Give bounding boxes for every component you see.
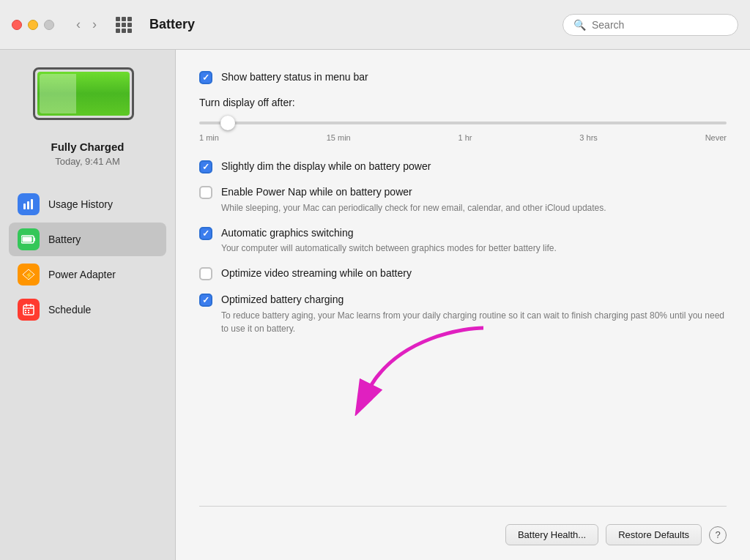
battery-status: Fully Charged [51,141,124,153]
close-button[interactable] [12,20,22,30]
sidebar-item-schedule[interactable]: Schedule [9,293,166,326]
sidebar-nav: Usage History Battery ⚡ [0,187,175,326]
optimize-video-row: Optimize video streaming while on batter… [199,266,727,281]
svg-rect-2 [31,199,33,209]
help-button[interactable]: ? [709,526,727,544]
power-adapter-icon: ⚡ [18,264,40,285]
forward-button[interactable]: › [88,15,101,34]
svg-rect-12 [25,310,26,311]
svg-rect-1 [27,201,29,209]
grid-dot [122,29,126,33]
show-battery-status-row: Show battery status in menu bar [199,70,727,85]
sidebar-item-label: Usage History [48,198,113,210]
optimized-charging-checkbox[interactable] [199,294,212,307]
svg-rect-4 [34,238,35,242]
battery-body [33,67,134,120]
show-battery-status-label: Show battery status in menu bar [221,70,368,85]
optimize-video-label: Optimize video streaming while on batter… [221,266,412,281]
grid-dot [127,17,132,21]
content-panel: Show battery status in menu bar Turn dis… [176,50,750,560]
slightly-dim-checkbox[interactable] [199,160,212,173]
slider-label-15min: 15 min [327,133,351,142]
slider-container[interactable] [199,116,727,130]
restore-defaults-button[interactable]: Restore Defaults [606,524,702,545]
svg-rect-14 [25,312,26,313]
power-nap-checkbox[interactable] [199,186,212,199]
optimize-video-checkbox[interactable] [199,267,212,280]
back-button[interactable]: ‹ [72,15,85,34]
slider-label-never: Never [705,133,727,142]
bottom-bar: Battery Health... Restore Defaults ? [199,506,727,545]
battery-nav-icon [18,228,40,250]
power-nap-description: While sleeping, your Mac can periodicall… [221,201,606,214]
slightly-dim-label: Slightly dim the display while on batter… [221,160,431,174]
battery-highlight [40,74,76,113]
power-nap-label: Enable Power Nap while on battery power [221,185,606,200]
auto-graphics-row: Automatic graphics switching Your comput… [199,226,727,255]
svg-rect-5 [23,237,32,242]
grid-dot [122,23,126,27]
battery-time: Today, 9:41 AM [55,156,120,167]
slider-track [199,122,727,124]
svg-text:⚡: ⚡ [25,271,34,280]
grid-dot [116,29,120,33]
minimize-button[interactable] [28,20,38,30]
slider-label-3hrs: 3 hrs [579,133,597,142]
battery-fill [37,72,130,116]
slider-label-1min: 1 min [199,133,219,142]
traffic-lights [12,20,54,30]
sidebar-item-label: Schedule [48,304,91,316]
optimized-charging-row: Optimized battery charging To reduce bat… [199,293,727,335]
nav-buttons: ‹ › [72,15,101,34]
svg-rect-15 [28,312,29,313]
turn-display-off-section: Turn display off after: 1 min 15 min 1 h… [199,97,727,142]
svg-rect-0 [23,204,26,209]
auto-graphics-description: Your computer will automatically switch … [221,242,557,255]
grid-dot [116,23,120,27]
sidebar-item-battery[interactable]: Battery [9,223,166,256]
grid-dot [122,17,126,21]
usage-history-icon [18,193,40,215]
schedule-icon [18,299,40,321]
main-content: Fully Charged Today, 9:41 AM Usage Histo… [0,50,750,560]
sidebar-item-label: Battery [48,234,81,245]
search-icon: 🔍 [573,19,586,31]
fullscreen-button[interactable] [44,20,54,30]
power-nap-row: Enable Power Nap while on battery power … [199,185,727,214]
slider-labels: 1 min 15 min 1 hr 3 hrs Never [199,133,727,142]
svg-rect-13 [28,310,29,311]
titlebar: ‹ › Battery 🔍 [0,0,750,50]
search-input[interactable] [592,19,727,31]
sidebar-item-label: Power Adapter [48,269,116,280]
battery-health-button[interactable]: Battery Health... [505,524,598,545]
optimized-charging-label: Optimized battery charging [221,293,727,307]
grid-dot [116,17,120,21]
auto-graphics-label: Automatic graphics switching [221,226,557,241]
app-grid-icon[interactable] [116,17,132,33]
optimized-charging-description: To reduce battery aging, your Mac learns… [221,309,727,335]
grid-dot [127,29,132,33]
sidebar-item-power-adapter[interactable]: ⚡ Power Adapter [9,258,166,291]
battery-icon-container [33,67,143,126]
sidebar-item-usage-history[interactable]: Usage History [9,187,166,221]
auto-graphics-checkbox[interactable] [199,227,212,240]
grid-dot [127,23,132,27]
page-title: Battery [149,17,551,32]
turn-display-off-label: Turn display off after: [199,97,727,108]
search-bar[interactable]: 🔍 [562,14,738,36]
show-battery-status-checkbox[interactable] [199,71,212,84]
slider-label-1hr: 1 hr [458,133,472,142]
slightly-dim-row: Slightly dim the display while on batter… [199,160,727,174]
slider-thumb[interactable] [220,116,235,130]
sidebar: Fully Charged Today, 9:41 AM Usage Histo… [0,50,176,560]
